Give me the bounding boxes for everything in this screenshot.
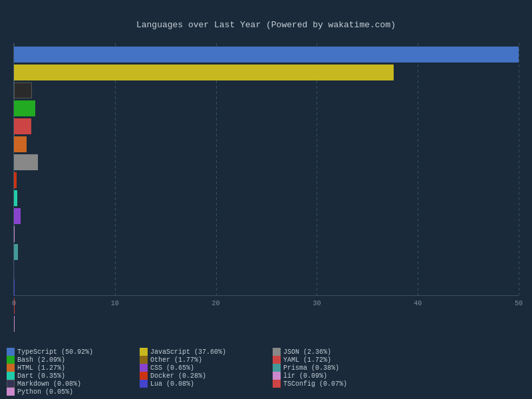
chart-area: 0 10 20 30 40 50 bbox=[13, 43, 519, 296]
legend-color-javascript bbox=[140, 348, 148, 356]
legend-color-bash bbox=[7, 356, 15, 364]
legend-item-html: HTML (1.27%) bbox=[7, 364, 140, 372]
legend-label-tsconfig: TSConfig (0.07%) bbox=[283, 380, 347, 388]
legend-label-html: HTML (1.27%) bbox=[17, 364, 65, 372]
legend-color-dart bbox=[7, 372, 15, 380]
bar-markdown bbox=[14, 262, 15, 278]
bar-row-dart bbox=[14, 190, 519, 206]
bar-row-css bbox=[14, 208, 519, 224]
legend-label-lir: lir (0.09%) bbox=[283, 372, 327, 380]
bar-row-other bbox=[14, 82, 519, 98]
legend-color-lua bbox=[140, 380, 148, 388]
legend-label-markdown: Markdown (0.08%) bbox=[17, 380, 81, 388]
legend-item-lua: Lua (0.08%) bbox=[140, 380, 273, 388]
chart-container: Languages over Last Year (Powered by wak… bbox=[0, 0, 532, 399]
bar-row-prisma bbox=[14, 244, 519, 260]
bar-row-javascript bbox=[14, 65, 519, 80]
legend-label-css: CSS (0.65%) bbox=[150, 364, 194, 372]
legend: TypeScript (50.92%) JavaScript (37.60%) … bbox=[7, 348, 525, 396]
legend-color-prisma bbox=[273, 364, 281, 372]
bar-lir bbox=[14, 226, 15, 242]
legend-label-other: Other (1.77%) bbox=[150, 356, 202, 364]
legend-color-tsconfig bbox=[273, 380, 281, 388]
bar-lua bbox=[14, 280, 15, 296]
legend-item-prisma: Prisma (0.38%) bbox=[273, 364, 406, 372]
legend-label-json: JSON (2.36%) bbox=[283, 348, 331, 356]
bar-typescript bbox=[14, 47, 519, 63]
legend-item-tsconfig: TSConfig (0.07%) bbox=[273, 380, 406, 388]
bar-html bbox=[14, 136, 27, 152]
bar-prisma bbox=[14, 244, 18, 260]
legend-item-json: JSON (2.36%) bbox=[273, 348, 406, 356]
legend-color-lir bbox=[273, 372, 281, 380]
bars-container bbox=[14, 47, 519, 295]
legend-label-python: Python (0.05%) bbox=[17, 388, 73, 396]
bar-docker bbox=[14, 172, 17, 188]
legend-label-javascript: JavaScript (37.60%) bbox=[150, 348, 226, 356]
legend-item-docker: Docker (0.28%) bbox=[140, 372, 273, 380]
bar-yaml bbox=[14, 118, 31, 134]
legend-color-markdown bbox=[7, 380, 15, 388]
bar-row-docker bbox=[14, 172, 519, 188]
legend-label-bash: Bash (2.09%) bbox=[17, 356, 65, 364]
bar-css bbox=[14, 208, 21, 224]
bar-bash bbox=[14, 100, 35, 116]
bar-row-yaml bbox=[14, 118, 519, 134]
bar-row-typescript bbox=[14, 47, 519, 63]
bar-json bbox=[14, 154, 38, 170]
legend-item-dart: Dart (0.35%) bbox=[7, 372, 140, 380]
legend-color-python bbox=[7, 388, 15, 396]
legend-item-yaml: YAML (1.72%) bbox=[273, 356, 406, 364]
legend-item-javascript: JavaScript (37.60%) bbox=[140, 348, 273, 356]
bar-row-json bbox=[14, 154, 519, 170]
bar-other bbox=[14, 82, 32, 98]
legend-color-docker bbox=[140, 372, 148, 380]
legend-label-docker: Docker (0.28%) bbox=[150, 372, 206, 380]
legend-color-other bbox=[140, 356, 148, 364]
legend-item-bash: Bash (2.09%) bbox=[7, 356, 140, 364]
bar-row-tsconfig bbox=[14, 298, 519, 314]
legend-color-yaml bbox=[273, 356, 281, 364]
legend-item-css: CSS (0.65%) bbox=[140, 364, 273, 372]
legend-label-prisma: Prisma (0.38%) bbox=[283, 364, 339, 372]
legend-item-markdown: Markdown (0.08%) bbox=[7, 380, 140, 388]
bar-row-html bbox=[14, 136, 519, 152]
bar-row-python bbox=[14, 316, 519, 332]
legend-color-typescript bbox=[7, 348, 15, 356]
bar-python bbox=[14, 316, 15, 332]
legend-item-python: Python (0.05%) bbox=[7, 388, 140, 396]
bar-tsconfig bbox=[14, 298, 15, 314]
grid-line-50: 50 bbox=[519, 43, 519, 295]
legend-color-css bbox=[140, 364, 148, 372]
legend-label-typescript: TypeScript (50.92%) bbox=[17, 348, 93, 356]
legend-color-html bbox=[7, 364, 15, 372]
bar-row-lua bbox=[14, 280, 519, 296]
legend-item-other: Other (1.77%) bbox=[140, 356, 273, 364]
legend-item-lir: lir (0.09%) bbox=[273, 372, 406, 380]
bar-row-lir bbox=[14, 226, 519, 242]
legend-label-lua: Lua (0.08%) bbox=[150, 380, 194, 388]
bar-dart bbox=[14, 190, 17, 206]
legend-label-dart: Dart (0.35%) bbox=[17, 372, 65, 380]
chart-title: Languages over Last Year (Powered by wak… bbox=[13, 20, 519, 30]
legend-color-json bbox=[273, 348, 281, 356]
bar-row-markdown bbox=[14, 262, 519, 278]
legend-item-typescript: TypeScript (50.92%) bbox=[7, 348, 140, 356]
bar-row-bash bbox=[14, 100, 519, 116]
bar-javascript bbox=[14, 65, 394, 80]
legend-label-yaml: YAML (1.72%) bbox=[283, 356, 331, 364]
